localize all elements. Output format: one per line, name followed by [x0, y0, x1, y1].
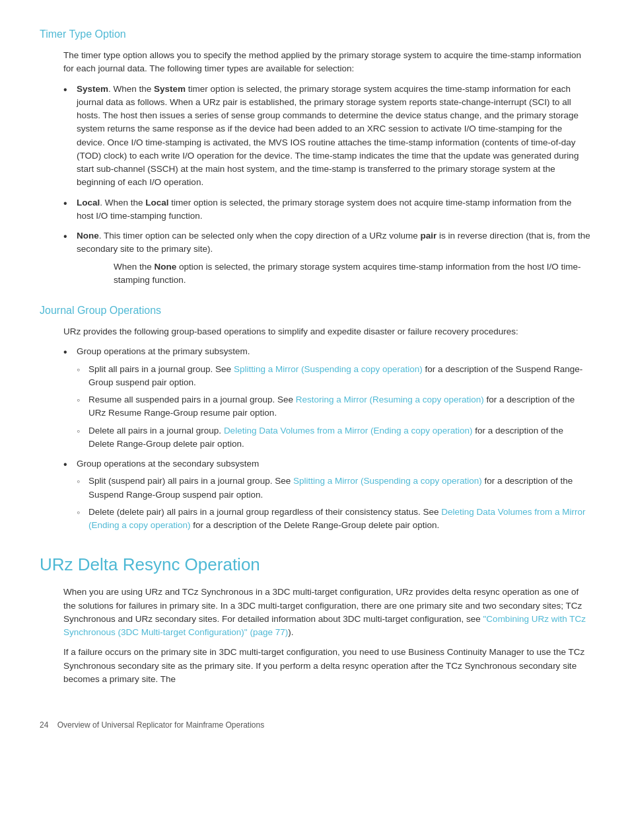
- urz-delta-resync-section: URz Delta Resync Operation When you are …: [40, 552, 590, 686]
- local-label: Local: [77, 198, 100, 208]
- urz-delta-resync-heading: URz Delta Resync Operation: [40, 552, 590, 578]
- delete-data-volumes-link-1[interactable]: Deleting Data Volumes from a Mirror (End…: [224, 426, 473, 436]
- footer-text: Overview of Universal Replicator for Mai…: [57, 720, 264, 730]
- list-item: Delete all pairs in a journal group. Del…: [77, 424, 590, 451]
- list-item: Delete (delete pair) all pairs in a jour…: [77, 506, 590, 533]
- delete-data-volumes-link-2[interactable]: Deleting Data Volumes from a Mirror (End…: [88, 507, 586, 530]
- combining-urz-link[interactable]: "Combining URz with TCz Synchronous (3DC…: [63, 614, 586, 637]
- secondary-subsystem-text: Group operations at the secondary subsys…: [77, 459, 259, 469]
- timer-type-option-section: Timer Type Option The timer type option …: [40, 26, 590, 287]
- urz-delta-resync-para-2: If a failure occurs on the primary site …: [63, 646, 590, 686]
- none-label: None: [77, 231, 99, 241]
- system-label: System: [77, 84, 108, 94]
- secondary-subsystem-subitems: Split (suspend pair) all pairs in a jour…: [77, 475, 590, 532]
- split-mirror-link-1[interactable]: Splitting a Mirror (Suspending a copy op…: [234, 364, 423, 374]
- primary-subsystem-text: Group operations at the primary subsyste…: [77, 346, 250, 356]
- split-mirror-link-2[interactable]: Splitting a Mirror (Suspending a copy op…: [293, 476, 482, 486]
- urz-delta-resync-para-1: When you are using URz and TCz Synchrono…: [63, 586, 590, 639]
- journal-group-intro: URz provides the following group-based o…: [63, 325, 590, 338]
- list-item: System. When the System timer option is …: [63, 83, 590, 190]
- none-extra-paragraph: When the None option is selected, the pr…: [114, 260, 590, 287]
- page-number: 24: [40, 720, 48, 730]
- primary-subsystem-subitems: Split all pairs in a journal group. See …: [77, 363, 590, 451]
- page-footer: 24 Overview of Universal Replicator for …: [40, 712, 590, 731]
- timer-type-list: System. When the System timer option is …: [63, 83, 590, 287]
- restore-mirror-link[interactable]: Restoring a Mirror (Resuming a copy oper…: [296, 395, 484, 404]
- list-item: Group operations at the secondary subsys…: [63, 457, 590, 532]
- list-item: Group operations at the primary subsyste…: [63, 345, 590, 451]
- timer-type-intro: The timer type option allows you to spec…: [63, 49, 590, 76]
- list-item: Local. When the Local timer option is se…: [63, 196, 590, 223]
- pair-label: pair: [421, 231, 437, 241]
- system-label-inline: System: [154, 84, 186, 94]
- local-label-inline: Local: [145, 198, 168, 208]
- journal-group-operations-heading: Journal Group Operations: [40, 303, 590, 319]
- list-item: None. This timer option can be selected …: [63, 229, 590, 287]
- list-item: Resume all suspended pairs in a journal …: [77, 393, 590, 420]
- journal-group-list: Group operations at the primary subsyste…: [63, 345, 590, 532]
- journal-group-operations-section: Journal Group Operations URz provides th…: [40, 303, 590, 532]
- list-item: Split (suspend pair) all pairs in a jour…: [77, 475, 590, 502]
- timer-type-option-heading: Timer Type Option: [40, 26, 590, 42]
- list-item: Split all pairs in a journal group. See …: [77, 363, 590, 390]
